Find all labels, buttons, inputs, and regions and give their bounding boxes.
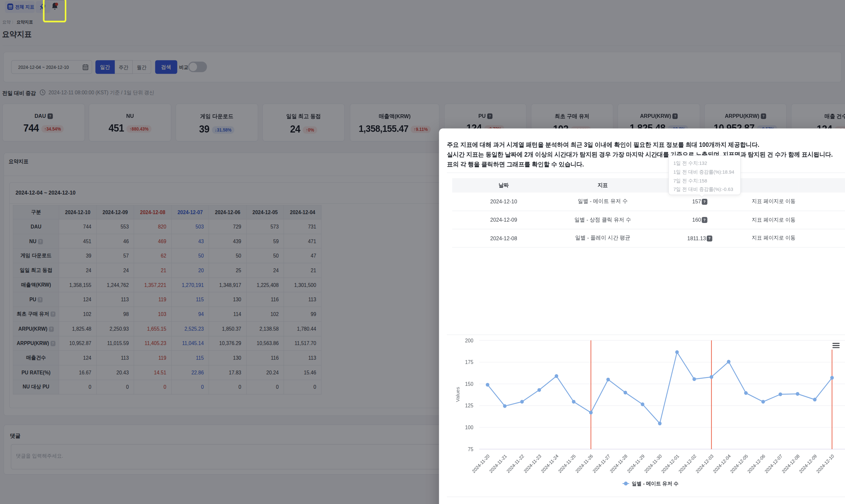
svg-text:2024-12-02: 2024-12-02: [678, 453, 697, 474]
svg-text:2024-12-06: 2024-12-06: [746, 453, 766, 474]
svg-text:Values: Values: [455, 387, 461, 402]
svg-text:2024-11-26: 2024-11-26: [574, 453, 594, 474]
svg-text:200: 200: [465, 338, 473, 343]
svg-text:2024-11-24: 2024-11-24: [540, 453, 560, 474]
svg-text:2024-12-07: 2024-12-07: [764, 453, 783, 474]
svg-text:2024-12-10: 2024-12-10: [815, 453, 835, 474]
svg-text:2024-12-04: 2024-12-04: [712, 453, 731, 474]
svg-text:일별 - 메이트 유저 수: 일별 - 메이트 유저 수: [632, 481, 678, 486]
svg-text:100: 100: [465, 425, 473, 430]
svg-text:2024-11-25: 2024-11-25: [557, 453, 577, 474]
svg-text:2024-12-01: 2024-12-01: [660, 453, 680, 474]
svg-text:2024-11-22: 2024-11-22: [505, 453, 525, 474]
svg-text:2024-12-09: 2024-12-09: [798, 453, 817, 474]
svg-text:2024-11-30: 2024-11-30: [643, 453, 663, 474]
svg-text:2024-11-20: 2024-11-20: [471, 453, 491, 474]
svg-text:2024-12-03: 2024-12-03: [695, 453, 714, 474]
svg-text:2024-12-08: 2024-12-08: [781, 453, 800, 474]
svg-text:75: 75: [468, 446, 473, 452]
svg-text:2024-11-27: 2024-11-27: [592, 453, 611, 474]
svg-text:2024-12-05: 2024-12-05: [729, 453, 749, 474]
svg-text:2024-11-29: 2024-11-29: [626, 453, 646, 474]
svg-text:2024-11-23: 2024-11-23: [523, 453, 542, 474]
svg-text:2024-11-21: 2024-11-21: [488, 453, 508, 474]
svg-text:125: 125: [465, 403, 473, 408]
svg-text:150: 150: [465, 381, 473, 386]
svg-text:175: 175: [465, 359, 473, 365]
svg-text:2024-11-28: 2024-11-28: [609, 453, 628, 474]
